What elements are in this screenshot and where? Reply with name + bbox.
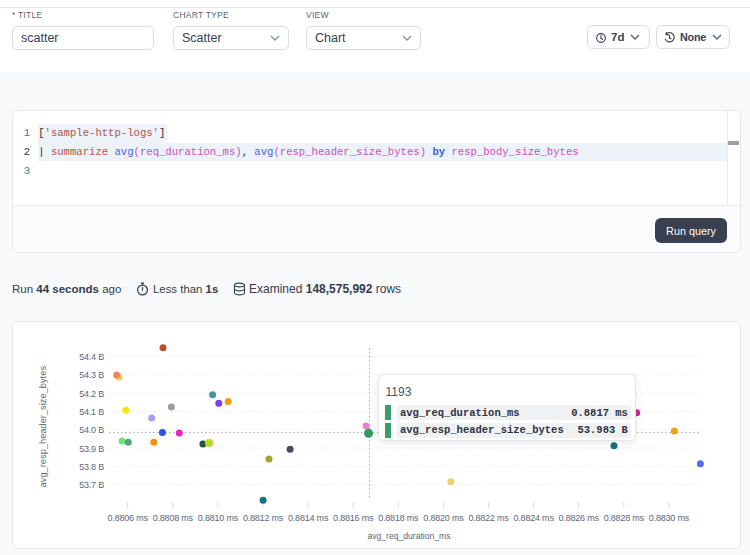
svg-text:54.2 B: 54.2 B [79, 389, 104, 399]
svg-text:0.8818 ms: 0.8818 ms [378, 513, 419, 523]
svg-text:0.8816 ms: 0.8816 ms [333, 513, 374, 523]
svg-text:0.8826 ms: 0.8826 ms [559, 513, 600, 523]
svg-text:avg_resp_header_size_bytes: avg_resp_header_size_bytes [38, 366, 48, 488]
svg-text:53.9 B: 53.9 B [79, 444, 104, 454]
svg-text:54.0 B: 54.0 B [79, 425, 104, 435]
svg-text:0.8806 ms: 0.8806 ms [108, 513, 149, 523]
svg-text:54.1 B: 54.1 B [79, 407, 104, 417]
svg-text:0.8812 ms: 0.8812 ms [243, 513, 284, 523]
svg-text:54.4 B: 54.4 B [79, 352, 104, 362]
svg-text:53.8 B: 53.8 B [79, 462, 104, 472]
svg-text:0.8828 ms: 0.8828 ms [604, 513, 645, 523]
svg-text:54.3 B: 54.3 B [79, 370, 104, 380]
svg-text:avg_req_duration_ms: avg_req_duration_ms [367, 531, 450, 541]
svg-text:0.8808 ms: 0.8808 ms [153, 513, 194, 523]
svg-text:0.8810 ms: 0.8810 ms [198, 513, 239, 523]
svg-text:0.8820 ms: 0.8820 ms [423, 513, 464, 523]
svg-text:53.7 B: 53.7 B [79, 480, 104, 490]
svg-text:0.8830 ms: 0.8830 ms [649, 513, 690, 523]
svg-text:0.8824 ms: 0.8824 ms [513, 513, 554, 523]
svg-text:0.8814 ms: 0.8814 ms [288, 513, 329, 523]
svg-text:0.8822 ms: 0.8822 ms [468, 513, 509, 523]
